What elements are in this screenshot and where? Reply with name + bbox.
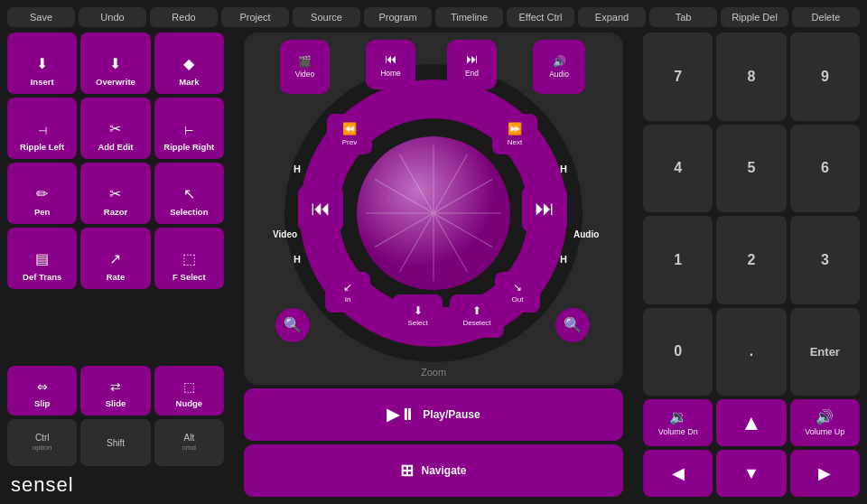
mark-in-button[interactable]: ↙ In <box>325 272 370 313</box>
project-button[interactable]: Project <box>221 7 289 27</box>
num-dot-button[interactable]: . <box>716 308 786 397</box>
ctrl-button[interactable]: Ctrl option <box>7 419 77 466</box>
add-edit-button[interactable]: ✂ Add Edit <box>80 98 150 159</box>
expand-button[interactable]: Expand <box>578 7 646 27</box>
next-label: Next <box>508 138 522 147</box>
rate-button[interactable]: ↗ Rate <box>80 228 150 289</box>
prev-label: Prev <box>342 138 357 147</box>
play-pause-button[interactable]: ▶⏸ Play/Pause <box>244 388 623 441</box>
num-3-button[interactable]: 3 <box>790 216 860 304</box>
vol-up-arrow-button[interactable]: ▲ <box>716 399 786 446</box>
mark-out-button[interactable]: ↘ Out <box>495 272 540 313</box>
def-trans-button[interactable]: ▤ Def Trans <box>7 228 77 289</box>
out-label: Out <box>512 295 524 304</box>
undo-button[interactable]: Undo <box>79 7 146 27</box>
selection-icon: ↖ <box>183 185 195 202</box>
deselect-label: Deselect <box>462 319 490 328</box>
mark-button[interactable]: ◆ Mark <box>154 33 224 94</box>
right-nav-icon: ⏭ <box>535 197 555 220</box>
program-button[interactable]: Program <box>364 7 432 27</box>
num-6-button[interactable]: 6 <box>790 125 860 213</box>
next-icon: ⏩ <box>508 122 522 136</box>
left-nav-button[interactable]: ⏮ <box>298 186 343 231</box>
alt-button[interactable]: Alt cmd <box>154 419 224 466</box>
volume-up-button[interactable]: 🔊 Volume Up <box>790 399 860 446</box>
volume-dn-button[interactable]: 🔉 Volume Dn <box>643 399 713 446</box>
num-5-button[interactable]: 5 <box>716 125 786 213</box>
audio-top-button[interactable]: 🔊 Audio <box>533 40 585 94</box>
in-label: In <box>345 295 351 304</box>
audio-top-label: Audio <box>549 70 569 79</box>
row-1: ⬇ Insert ⬇ Overwrite ◆ Mark <box>7 33 224 94</box>
top-bar: Save Undo Redo Project Source Program Ti… <box>0 0 867 33</box>
right-nav-button[interactable]: ⏭ <box>522 186 567 231</box>
audio-side-label: Audio <box>573 229 599 239</box>
prev-button[interactable]: ⏪ Prev <box>327 114 372 154</box>
add-edit-icon: ✂ <box>109 120 121 137</box>
redo-button[interactable]: Redo <box>150 7 218 27</box>
svg-text:H: H <box>294 163 301 174</box>
search-right-button[interactable]: 🔍 <box>555 308 590 342</box>
num-1-button[interactable]: 1 <box>643 216 713 304</box>
volume-dn-label: Volume Dn <box>658 427 698 437</box>
home-button[interactable]: ⏮ Home <box>366 40 415 89</box>
num-0-button[interactable]: 0 <box>643 308 713 397</box>
svg-text:H: H <box>560 163 567 174</box>
num-2-button[interactable]: 2 <box>716 216 786 304</box>
num-7-button[interactable]: 7 <box>643 33 713 121</box>
overwrite-icon: ⬇ <box>109 55 121 72</box>
navigate-label: Navigate <box>421 464 466 477</box>
ripple-left-button[interactable]: ⊣ Ripple Left <box>7 98 77 159</box>
pen-icon: ✏ <box>36 185 48 202</box>
video-top-button[interactable]: 🎬 Video <box>280 40 330 94</box>
navigate-button[interactable]: ⊞ Navigate <box>244 444 623 497</box>
down-arrow-button[interactable]: ▼ <box>716 450 786 497</box>
shift-button[interactable]: Shift <box>80 419 150 466</box>
selection-button[interactable]: ↖ Selection <box>154 163 224 224</box>
shift-label: Shift <box>107 437 125 449</box>
transport-row: ⇔ Slip ⇄ Slide ⬚ Nudge <box>7 366 224 415</box>
select-button[interactable]: ⬇ Select <box>393 294 443 338</box>
num-4-button[interactable]: 4 <box>643 125 713 213</box>
center-panel: H H H H 🎬 Video ⏮ Home ⏭ End 🔊 Audio <box>229 33 638 497</box>
insert-icon: ⬇ <box>36 55 48 72</box>
ctrl-sub: option <box>33 443 52 453</box>
ripple-right-icon: ⊢ <box>184 125 193 137</box>
search-left-button[interactable]: 🔍 <box>275 308 310 342</box>
timeline-button[interactable]: Timeline <box>435 7 503 27</box>
overwrite-button[interactable]: ⬇ Overwrite <box>80 33 150 94</box>
right-arrow-button[interactable]: ▶ <box>790 450 860 497</box>
tab-button[interactable]: Tab <box>649 7 717 27</box>
num-9-button[interactable]: 9 <box>790 33 860 121</box>
delete-button[interactable]: Delete <box>792 7 860 27</box>
ctrl-label: Ctrl <box>35 432 50 443</box>
select-label: Select <box>407 319 427 328</box>
pen-button[interactable]: ✏ Pen <box>7 163 77 224</box>
volume-row: 🔉 Volume Dn ▲ 🔊 Volume Up <box>643 399 860 446</box>
volume-up-label: Volume Up <box>805 427 844 437</box>
nudge-button[interactable]: ⬚ Nudge <box>154 366 224 415</box>
num-8-button[interactable]: 8 <box>716 33 786 121</box>
alt-label: Alt <box>183 432 194 443</box>
audio-top-icon: 🔊 <box>553 55 566 68</box>
ripple-del-button[interactable]: Ripple Del <box>721 7 788 27</box>
effect-ctrl-button[interactable]: Effect Ctrl <box>507 7 574 27</box>
select-icon: ⬇ <box>414 304 423 317</box>
def-trans-icon: ▤ <box>35 250 49 267</box>
source-button[interactable]: Source <box>293 7 360 27</box>
video-top-icon: 🎬 <box>298 55 312 68</box>
left-arrow-button[interactable]: ◀ <box>643 450 713 497</box>
arrow-row: ◀ ▼ ▶ <box>643 450 860 497</box>
end-button[interactable]: ⏭ End <box>447 40 497 89</box>
save-button[interactable]: Save <box>7 7 75 27</box>
next-button[interactable]: ⏩ Next <box>492 114 537 154</box>
slip-button[interactable]: ⇔ Slip <box>7 366 77 415</box>
row-3: ✏ Pen ✂ Razor ↖ Selection <box>7 163 224 224</box>
razor-button[interactable]: ✂ Razor <box>80 163 150 224</box>
f-select-button[interactable]: ⬚ F Select <box>154 228 224 289</box>
brand-label: sensel <box>7 470 224 497</box>
slide-button[interactable]: ⇄ Slide <box>80 366 150 415</box>
num-enter-button[interactable]: Enter <box>790 308 860 397</box>
insert-button[interactable]: ⬇ Insert <box>7 33 77 94</box>
ripple-right-button[interactable]: ⊢ Ripple Right <box>154 98 224 159</box>
